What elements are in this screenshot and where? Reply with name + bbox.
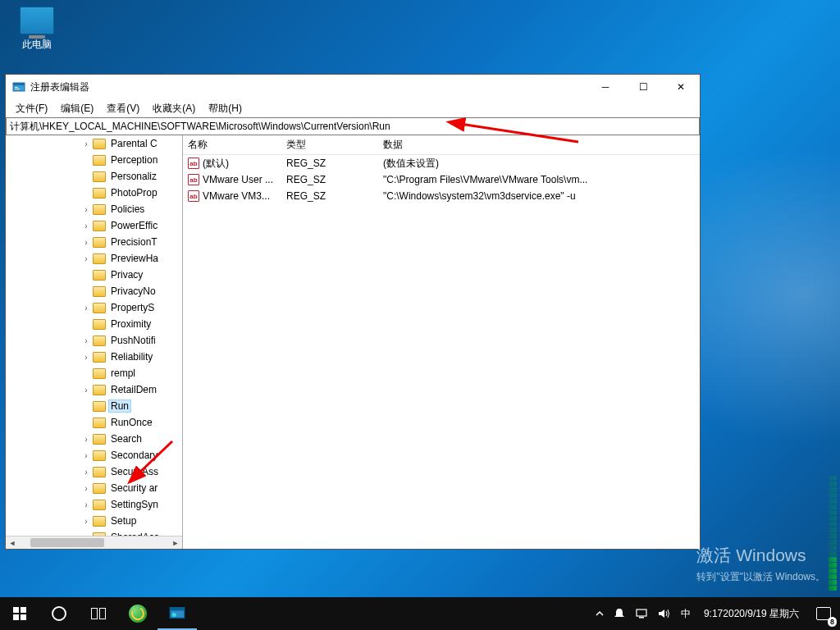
- value-data-cell: "C:\Windows\system32\vm3dservice.exe" -u: [378, 190, 700, 202]
- folder-icon: [93, 286, 106, 297]
- scroll-thumb[interactable]: [30, 538, 104, 547]
- registry-value-row[interactable]: abVMware VM3...REG_SZ"C:\Windows\system3…: [183, 188, 700, 204]
- volume-meter-overlay: [829, 476, 837, 591]
- expander-icon[interactable]: ›: [81, 205, 91, 214]
- tray-notifications-icon[interactable]: [609, 597, 630, 630]
- menu-file[interactable]: 文件(F): [9, 100, 54, 117]
- task-view-button[interactable]: [79, 597, 118, 630]
- list-pane[interactable]: 名称 类型 数据 ab(默认)REG_SZ(数值未设置)abVMware Use…: [183, 135, 700, 549]
- expander-icon[interactable]: ›: [81, 336, 91, 345]
- registry-value-row[interactable]: ab(默认)REG_SZ(数值未设置): [183, 155, 700, 171]
- folder-icon: [93, 450, 106, 461]
- expander-icon[interactable]: ›: [81, 468, 91, 477]
- tree-item-precisiont[interactable]: ›PrecisionT: [6, 234, 182, 250]
- tree-item-perception[interactable]: Perception: [6, 152, 182, 168]
- menu-edit[interactable]: 编辑(E): [54, 100, 100, 117]
- minimize-button[interactable]: ─: [587, 75, 624, 99]
- tree-item-parental-c[interactable]: ›Parental C: [6, 135, 182, 152]
- tree-item-search[interactable]: ›Search: [6, 431, 182, 447]
- column-header-data[interactable]: 数据: [378, 138, 700, 152]
- system-tray: 中 9:17 2020/9/19 星期六 8: [591, 597, 840, 630]
- expander-icon[interactable]: ›: [81, 254, 91, 263]
- menu-view[interactable]: 查看(V): [100, 100, 146, 117]
- cortana-button[interactable]: [39, 597, 79, 630]
- start-button[interactable]: [0, 597, 39, 630]
- desktop-icon-this-pc[interactable]: 此电脑: [8, 7, 66, 52]
- tree-item-label: Security ar: [109, 482, 159, 494]
- svg-rect-7: [21, 607, 26, 613]
- taskbar-app-regedit[interactable]: [158, 597, 197, 630]
- action-center-button[interactable]: 8: [807, 597, 840, 630]
- tree-item-secondary[interactable]: ›Secondary: [6, 447, 182, 463]
- tree-item-rempl[interactable]: rempl: [6, 365, 182, 381]
- clock-date: 2020/9/19 星期六: [723, 608, 799, 620]
- folder-icon: [93, 237, 106, 248]
- address-bar[interactable]: 计算机\HKEY_LOCAL_MACHINE\SOFTWARE\Microsof…: [6, 117, 700, 135]
- tray-clock[interactable]: 9:17 2020/9/19 星期六: [696, 597, 807, 630]
- tree-item-run[interactable]: Run: [6, 398, 182, 414]
- folder-icon: [93, 270, 106, 281]
- column-header-name[interactable]: 名称: [183, 138, 281, 152]
- tree-item-pushnotifi[interactable]: ›PushNotifi: [6, 332, 182, 349]
- expander-icon[interactable]: ›: [81, 238, 91, 247]
- taskbar-app-ie[interactable]: [118, 597, 158, 630]
- tree-item-setup[interactable]: ›Setup: [6, 513, 182, 529]
- tree-item-security-ar[interactable]: ›Security ar: [6, 480, 182, 496]
- string-value-icon: ab: [188, 190, 199, 202]
- tree-pane[interactable]: ›Parental CPerceptionPersonalizPhotoProp…: [6, 135, 183, 549]
- tree-item-label: Policies: [109, 203, 146, 215]
- list-header: 名称 类型 数据: [183, 135, 700, 155]
- value-type-cell: REG_SZ: [281, 174, 378, 185]
- expander-icon[interactable]: ›: [81, 139, 91, 148]
- menu-help[interactable]: 帮助(H): [202, 100, 249, 117]
- tree-item-photoprop[interactable]: PhotoProp: [6, 185, 182, 201]
- menu-favorites[interactable]: 收藏夹(A): [146, 100, 202, 117]
- tray-network-icon[interactable]: [630, 597, 653, 630]
- clock-time: 9:17: [704, 608, 723, 620]
- titlebar[interactable]: 注册表编辑器 ─ ☐ ✕: [6, 75, 700, 99]
- scroll-right-arrow[interactable]: ►: [169, 536, 182, 549]
- folder-icon: [93, 204, 106, 215]
- folder-icon: [93, 434, 106, 445]
- expander-icon[interactable]: ›: [81, 451, 91, 460]
- expander-icon[interactable]: ›: [81, 353, 91, 362]
- scroll-left-arrow[interactable]: ◄: [6, 536, 19, 549]
- tree-item-privacyno[interactable]: PrivacyNo: [6, 283, 182, 299]
- tree-item-policies[interactable]: ›Policies: [6, 201, 182, 217]
- expander-icon[interactable]: ›: [81, 435, 91, 444]
- tree-item-proximity[interactable]: Proximity: [6, 316, 182, 332]
- tree-item-secureass[interactable]: ›SecureAss: [6, 463, 182, 480]
- svg-rect-1: [13, 83, 25, 85]
- expander-icon[interactable]: ›: [81, 386, 91, 395]
- tree-item-reliability[interactable]: ›Reliability: [6, 349, 182, 365]
- tree-item-label: PropertyS: [109, 302, 156, 313]
- tree-item-sharedacc[interactable]: ›SharedAcc: [6, 529, 182, 536]
- tree-item-retaildem[interactable]: ›RetailDem: [6, 381, 182, 398]
- expander-icon[interactable]: ›: [81, 484, 91, 493]
- value-data-cell: "C:\Program Files\VMware\VMware Tools\vm…: [378, 174, 700, 185]
- svg-rect-2: [15, 87, 18, 88]
- close-button[interactable]: ✕: [662, 75, 700, 99]
- tray-ime-indicator[interactable]: 中: [676, 597, 696, 630]
- tray-volume-icon[interactable]: [653, 597, 676, 630]
- regedit-icon: [12, 80, 25, 94]
- registry-value-row[interactable]: abVMware User ...REG_SZ"C:\Program Files…: [183, 171, 700, 188]
- expander-icon[interactable]: ›: [81, 500, 91, 509]
- tree-item-previewha[interactable]: ›PreviewHa: [6, 250, 182, 267]
- tree-item-runonce[interactable]: RunOnce: [6, 414, 182, 431]
- tree-item-settingsyn[interactable]: ›SettingSyn: [6, 496, 182, 513]
- tree-item-personaliz[interactable]: Personaliz: [6, 168, 182, 185]
- tree-item-label: PreviewHa: [109, 253, 160, 264]
- maximize-button[interactable]: ☐: [624, 75, 662, 99]
- column-header-type[interactable]: 类型: [281, 138, 378, 152]
- expander-icon[interactable]: ›: [81, 304, 91, 313]
- expander-icon[interactable]: ›: [81, 517, 91, 526]
- tray-overflow-button[interactable]: [591, 597, 609, 630]
- tree-item-privacy[interactable]: Privacy: [6, 267, 182, 283]
- tree-horizontal-scrollbar[interactable]: ◄ ►: [6, 536, 182, 549]
- content-area: ›Parental CPerceptionPersonalizPhotoProp…: [6, 135, 700, 549]
- expander-icon[interactable]: ›: [81, 221, 91, 231]
- tree-item-powereffic[interactable]: ›PowerEffic: [6, 217, 182, 234]
- tree-item-label: Reliability: [109, 351, 154, 363]
- tree-item-propertys[interactable]: ›PropertyS: [6, 299, 182, 316]
